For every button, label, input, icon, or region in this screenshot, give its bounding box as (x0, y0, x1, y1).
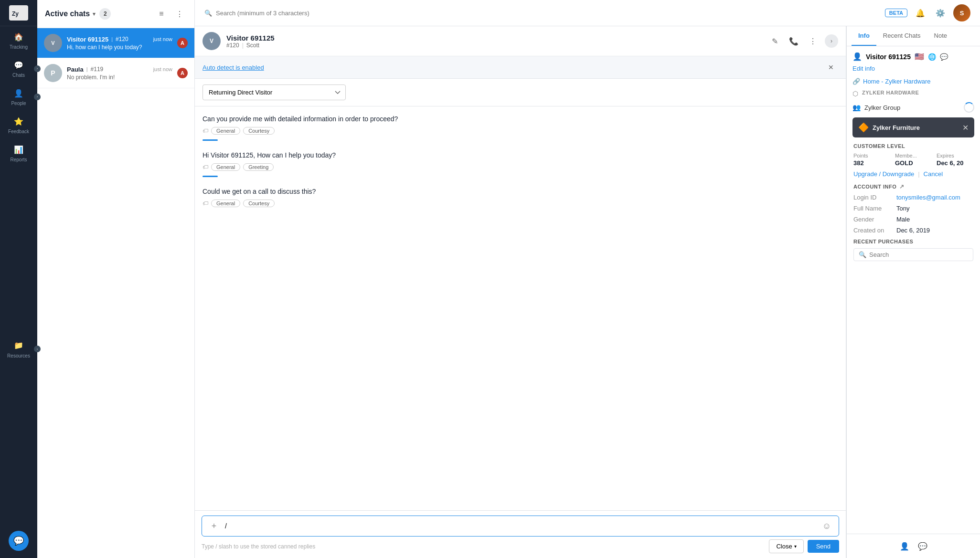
more-options-icon[interactable]: ⋮ (172, 7, 187, 21)
panel-people-icon[interactable]: 👤 (897, 539, 912, 553)
visitor-type-row: Returning Direct Visitor New Visitor Ret… (195, 79, 846, 106)
chat-header-id: #120 (226, 42, 239, 49)
tag-general-3[interactable]: General (211, 200, 240, 207)
chat-header-info: Visitor 691125 #120 | Scott (226, 34, 762, 49)
filter-icon[interactable]: ≡ (154, 7, 169, 21)
search-box: 🔍 (204, 10, 443, 17)
expand-people-icon[interactable]: › (34, 94, 41, 100)
external-link-icon[interactable]: ↗ (899, 183, 905, 190)
tag-courtesy-3[interactable]: Courtesy (243, 200, 275, 207)
chat-id-2: #119 (91, 66, 104, 73)
people-icon: 👤 (13, 87, 24, 99)
upgrade-downgrade-link[interactable]: Upgrade / Downgrade (853, 170, 914, 178)
agent-avatar-2: A (177, 68, 188, 78)
dropdown-icon: ▾ (93, 11, 96, 17)
crm-close-button[interactable]: ✕ (962, 123, 969, 132)
close-dropdown-icon: ▾ (794, 544, 797, 549)
chat-input-row: + ☺ (202, 516, 839, 537)
group-row: 👥 Zylker Group (852, 102, 974, 113)
chat-name-2: Paula (67, 66, 84, 73)
chat-avatar-2: P (44, 64, 62, 82)
tag-greeting-2[interactable]: Greeting (243, 163, 274, 171)
messages-area: Can you provide me with detailed informa… (195, 106, 846, 510)
cancel-link[interactable]: Cancel (924, 170, 943, 178)
expand-resources-icon[interactable]: › (34, 346, 41, 352)
emoji-icon[interactable]: ☺ (820, 519, 834, 533)
login-id-value: tonysmiles@gmail.com (896, 194, 960, 201)
message-tags-3: 🏷 General Courtesy (202, 200, 838, 207)
purchases-search-input[interactable] (869, 251, 968, 258)
edit-icon[interactable]: ✎ (767, 34, 782, 48)
auto-detect-banner: Auto detect is enabled ✕ (195, 56, 846, 79)
recent-purchases-title: RECENT PURCHASES (853, 239, 973, 244)
expand-chats-icon[interactable]: › (34, 65, 41, 72)
search-icon: 🔍 (204, 10, 212, 17)
chat-header-sub: #120 | Scott (226, 42, 762, 49)
gender-label: Gender (853, 216, 896, 223)
close-banner-icon[interactable]: ✕ (824, 60, 838, 74)
crm-actions: Upgrade / Downgrade | Cancel (853, 170, 973, 178)
chat-time-1: just now (153, 36, 172, 42)
sidebar-item-tracking[interactable]: 🏠 Tracking (0, 26, 37, 54)
login-id-link[interactable]: tonysmiles@gmail.com (896, 194, 960, 201)
tag-general-2[interactable]: General (211, 163, 240, 171)
panel-chat-icon[interactable]: 💬 (916, 539, 930, 553)
tag-general-1[interactable]: General (211, 127, 240, 135)
settings-icon[interactable]: ⚙️ (933, 6, 948, 20)
close-chat-button[interactable]: Close ▾ (769, 539, 803, 553)
tag-icon-3: 🏷 (202, 200, 208, 207)
user-avatar[interactable]: S (953, 4, 970, 21)
sidebar-label-chats: Chats (12, 73, 25, 78)
send-button[interactable]: Send (808, 540, 839, 553)
more-icon[interactable]: ⋮ (806, 34, 820, 48)
account-login-row: Login ID tonysmiles@gmail.com (853, 194, 973, 201)
tag-icon-2: 🏷 (202, 164, 208, 170)
message-text-1: Can you provide me with detailed informa… (202, 114, 838, 124)
chat-header-avatar: V (202, 32, 221, 50)
sidebar-item-people[interactable]: › 👤 People (0, 83, 37, 111)
sidebar-item-feedback[interactable]: ⭐ Feedback (0, 111, 37, 139)
phone-icon[interactable]: 📞 (787, 34, 801, 48)
tab-info[interactable]: Info (852, 26, 876, 46)
tab-note-label: Note (934, 32, 947, 39)
sidebar-item-resources[interactable]: › 📁 Resources (0, 335, 37, 363)
chat-input-area: + ☺ Type / slash to use the stored canne… (195, 510, 846, 558)
tag-courtesy-1[interactable]: Courtesy (243, 127, 275, 135)
search-input[interactable] (216, 10, 443, 17)
hint-text: Type / slash to use the stored canned re… (202, 543, 315, 550)
crm-member-field: Membe... GOLD (895, 153, 932, 167)
sidebar-label-people: People (11, 101, 26, 106)
beta-badge: BETA (885, 9, 907, 17)
chat-item-1[interactable]: V Visitor 691125 | #120 just now Hi, how… (37, 28, 194, 58)
tab-note[interactable]: Note (927, 26, 954, 46)
right-panel-footer: 👤 💬 (847, 534, 980, 558)
crm-points-field: Points 382 (853, 153, 890, 167)
sidebar-item-reports[interactable]: 📊 Reports (0, 139, 37, 167)
visitor-name-label: Visitor 691125 (866, 53, 911, 61)
chat-info-2: Paula | #119 just now No problem. I'm in… (67, 66, 172, 81)
account-gender-row: Gender Male (853, 216, 973, 223)
visitor-type-select[interactable]: Returning Direct Visitor New Visitor Ret… (202, 84, 346, 100)
search-purchases-icon: 🔍 (859, 251, 866, 258)
tab-recent-chats[interactable]: Recent Chats (876, 26, 927, 46)
crm-expires-field: Expires Dec 6, 20 (937, 153, 973, 167)
chat-list-actions: ≡ ⋮ (154, 7, 187, 21)
home-link-row[interactable]: 🔗 Home - Zylker Hardware (852, 78, 974, 85)
chat-item-2[interactable]: P Paula | #119 just now No problem. I'm … (37, 58, 194, 88)
crm-logo-icon: 🔶 (858, 122, 869, 133)
chat-preview-2: No problem. I'm in! (67, 74, 172, 81)
new-chat-button[interactable]: 💬 (9, 531, 29, 551)
visitor-profile-icon: 👤 (852, 52, 862, 61)
chat-header-agent: Scott (246, 42, 259, 49)
loading-spinner (964, 102, 974, 113)
expand-panel-button[interactable]: › (825, 34, 838, 48)
chat-message-input[interactable] (225, 522, 816, 530)
auto-detect-link[interactable]: Auto detect (202, 64, 234, 71)
account-info-label: ACCOUNT INFO (853, 184, 896, 190)
active-chats-title: Active chats ▾ (45, 10, 96, 18)
add-attachment-icon[interactable]: + (207, 519, 221, 533)
volume-icon[interactable]: 🔔 (913, 6, 927, 20)
edit-info-link[interactable]: Edit info (852, 65, 974, 72)
sidebar-item-chats[interactable]: › 💬 Chats (0, 54, 37, 83)
message-divider-1 (202, 139, 218, 141)
